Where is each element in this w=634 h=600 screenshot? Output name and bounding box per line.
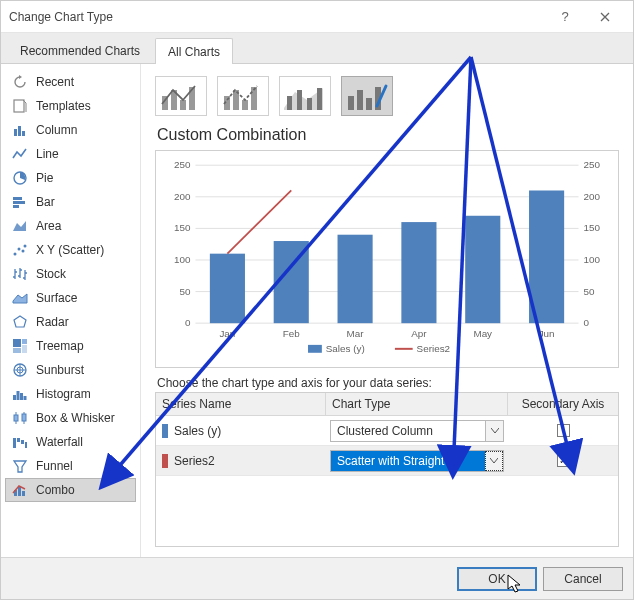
svg-text:50: 50 bbox=[583, 286, 594, 297]
sidebar-item-label: Histogram bbox=[36, 387, 91, 401]
sidebar-item-label: Pie bbox=[36, 171, 53, 185]
svg-rect-16 bbox=[13, 348, 21, 353]
sidebar-item-line[interactable]: Line bbox=[5, 142, 136, 166]
bar-icon bbox=[12, 194, 28, 210]
svg-text:200: 200 bbox=[174, 191, 191, 202]
svg-text:100: 100 bbox=[583, 254, 600, 265]
sidebar-item-label: Box & Whisker bbox=[36, 411, 115, 425]
sidebar-item-label: Treemap bbox=[36, 339, 84, 353]
dialog-title: Change Chart Type bbox=[9, 10, 113, 24]
chart-type-value: Scatter with Straight ... bbox=[331, 451, 485, 471]
sidebar-item-sunburst[interactable]: Sunburst bbox=[5, 358, 136, 382]
svg-rect-43 bbox=[307, 98, 312, 110]
chart-type-dropdown[interactable]: Scatter with Straight ... bbox=[330, 450, 504, 472]
thumb-stacked-area-col[interactable] bbox=[279, 76, 331, 116]
sidebar-item-treemap[interactable]: Treemap bbox=[5, 334, 136, 358]
svg-text:250: 250 bbox=[583, 159, 600, 170]
tab-all-charts[interactable]: All Charts bbox=[155, 38, 233, 64]
thumb-clustered-col-line-secondary[interactable] bbox=[217, 76, 269, 116]
svg-rect-22 bbox=[24, 396, 27, 400]
dropdown-button[interactable] bbox=[485, 421, 503, 441]
svg-rect-70 bbox=[401, 222, 436, 323]
dropdown-button[interactable] bbox=[485, 451, 503, 471]
svg-rect-45 bbox=[348, 96, 354, 110]
sidebar-item-histogram[interactable]: Histogram bbox=[5, 382, 136, 406]
svg-rect-1 bbox=[14, 129, 17, 136]
thumb-clustered-col-line[interactable] bbox=[155, 76, 207, 116]
col-chart-type: Chart Type bbox=[326, 393, 508, 415]
cancel-button[interactable]: Cancel bbox=[543, 567, 623, 591]
svg-rect-35 bbox=[180, 100, 186, 110]
sidebar-item-label: Recent bbox=[36, 75, 74, 89]
help-button[interactable]: ? bbox=[545, 3, 585, 31]
sidebar-item-column[interactable]: Column bbox=[5, 118, 136, 142]
sidebar-item-bar[interactable]: Bar bbox=[5, 190, 136, 214]
ok-button[interactable]: OK bbox=[457, 567, 537, 591]
series-row: Sales (y) Clustered Column bbox=[156, 416, 618, 446]
waterfall-icon bbox=[12, 434, 28, 450]
sidebar-item-combo[interactable]: Combo bbox=[5, 478, 136, 502]
svg-text:100: 100 bbox=[174, 254, 191, 265]
sidebar-item-waterfall[interactable]: Waterfall bbox=[5, 430, 136, 454]
svg-rect-21 bbox=[20, 393, 23, 400]
svg-rect-67 bbox=[210, 254, 245, 323]
sidebar-item-label: Column bbox=[36, 123, 77, 137]
change-chart-type-dialog: Change Chart Type ? Recommended Charts A… bbox=[0, 0, 634, 600]
svg-point-9 bbox=[18, 248, 21, 251]
svg-rect-28 bbox=[25, 442, 27, 448]
svg-rect-15 bbox=[22, 345, 27, 353]
sidebar-item-label: Templates bbox=[36, 99, 91, 113]
sidebar-item-label: Funnel bbox=[36, 459, 73, 473]
series-row: Series2 Scatter with Straight ... ✓ bbox=[156, 446, 618, 476]
svg-text:0: 0 bbox=[583, 317, 589, 328]
series-swatch bbox=[162, 454, 168, 468]
recent-icon bbox=[12, 74, 28, 90]
line-icon bbox=[12, 146, 28, 162]
combo-subtype-thumbs bbox=[155, 72, 619, 124]
sidebar-item-area[interactable]: Area bbox=[5, 214, 136, 238]
svg-rect-27 bbox=[21, 440, 24, 444]
sidebar-item-label: Stock bbox=[36, 267, 66, 281]
svg-point-10 bbox=[22, 250, 25, 253]
svg-point-11 bbox=[24, 245, 27, 248]
sidebar-item-label: Sunburst bbox=[36, 363, 84, 377]
sidebar-item-surface[interactable]: Surface bbox=[5, 286, 136, 310]
svg-text:0: 0 bbox=[185, 317, 191, 328]
secondary-axis-checkbox[interactable] bbox=[557, 424, 570, 437]
thumb-custom-combination[interactable] bbox=[341, 76, 393, 116]
radar-icon bbox=[12, 314, 28, 330]
pie-icon bbox=[12, 170, 28, 186]
svg-rect-68 bbox=[274, 241, 309, 323]
funnel-icon bbox=[12, 458, 28, 474]
svg-rect-25 bbox=[13, 438, 16, 448]
sidebar-item-stock[interactable]: Stock bbox=[5, 262, 136, 286]
surface-icon bbox=[12, 290, 28, 306]
section-title: Custom Combination bbox=[157, 126, 619, 144]
series-swatch bbox=[162, 424, 168, 438]
svg-rect-2 bbox=[18, 126, 21, 136]
tab-recommended[interactable]: Recommended Charts bbox=[7, 37, 153, 63]
sidebar-item-label: X Y (Scatter) bbox=[36, 243, 104, 257]
sidebar-item-label: Waterfall bbox=[36, 435, 83, 449]
close-button[interactable] bbox=[585, 3, 625, 31]
sidebar-item-label: Bar bbox=[36, 195, 55, 209]
sidebar-item-box-whisker[interactable]: Box & Whisker bbox=[5, 406, 136, 430]
secondary-axis-checkbox[interactable]: ✓ bbox=[557, 454, 570, 467]
sidebar-item-label: Surface bbox=[36, 291, 77, 305]
sidebar-item-funnel[interactable]: Funnel bbox=[5, 454, 136, 478]
sidebar-item-recent[interactable]: Recent bbox=[5, 70, 136, 94]
svg-rect-24 bbox=[22, 414, 26, 421]
tabs: Recommended Charts All Charts bbox=[1, 33, 633, 64]
svg-rect-42 bbox=[297, 90, 302, 110]
box-whisker-icon bbox=[12, 410, 28, 426]
sidebar-item-pie[interactable]: Pie bbox=[5, 166, 136, 190]
svg-point-8 bbox=[14, 253, 17, 256]
svg-rect-44 bbox=[317, 88, 322, 110]
chart-type-dropdown[interactable]: Clustered Column bbox=[330, 420, 504, 442]
sidebar-item-radar[interactable]: Radar bbox=[5, 310, 136, 334]
svg-rect-26 bbox=[17, 438, 20, 442]
sidebar-item-templates[interactable]: Templates bbox=[5, 94, 136, 118]
svg-text:Mar: Mar bbox=[347, 328, 365, 339]
svg-text:Jun: Jun bbox=[539, 328, 555, 339]
sidebar-item-scatter[interactable]: X Y (Scatter) bbox=[5, 238, 136, 262]
